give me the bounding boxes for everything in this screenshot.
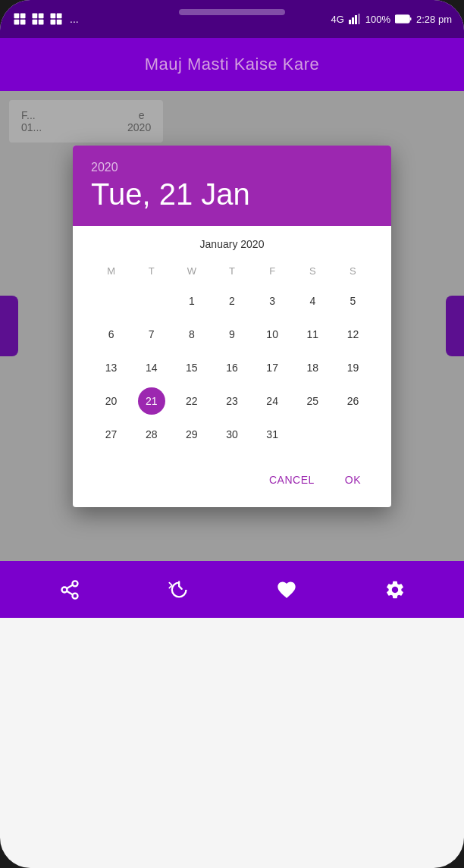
- svg-rect-8: [51, 14, 56, 19]
- grid-icon-2: [30, 11, 45, 27]
- dialog-header: 2020 Tue, 21 Jan: [73, 146, 391, 226]
- svg-rect-7: [39, 20, 44, 25]
- svg-rect-15: [358, 14, 360, 24]
- day-5[interactable]: 5: [333, 286, 373, 316]
- day-16[interactable]: 16: [212, 353, 252, 383]
- svg-rect-17: [410, 17, 412, 20]
- day-empty-2: [131, 286, 171, 316]
- weekday-mon: M: [91, 262, 131, 280]
- nav-settings[interactable]: [376, 571, 414, 609]
- day-12[interactable]: 12: [333, 319, 373, 349]
- grid-icon-3: [49, 11, 64, 27]
- svg-point-18: [72, 581, 77, 586]
- svg-rect-0: [14, 14, 20, 19]
- weekday-sun: S: [333, 262, 373, 280]
- date-picker-dialog: 2020 Tue, 21 Jan January 2020 M T W T F: [73, 146, 391, 507]
- dialog-year: 2020: [91, 161, 373, 174]
- ok-button[interactable]: OK: [333, 468, 373, 492]
- bottom-nav: [0, 561, 464, 618]
- svg-rect-6: [33, 20, 38, 25]
- day-30[interactable]: 30: [212, 419, 252, 450]
- svg-rect-2: [14, 20, 20, 25]
- day-11[interactable]: 11: [293, 319, 333, 349]
- weekday-tue: T: [131, 262, 171, 280]
- day-4[interactable]: 4: [293, 286, 333, 316]
- nav-share[interactable]: [51, 571, 89, 609]
- svg-rect-11: [57, 20, 62, 25]
- svg-rect-3: [20, 20, 26, 25]
- svg-point-19: [61, 587, 67, 592]
- day-18[interactable]: 18: [293, 353, 333, 383]
- day-19[interactable]: 19: [333, 353, 373, 383]
- svg-rect-1: [20, 14, 26, 19]
- day-28[interactable]: 28: [131, 419, 171, 450]
- dialog-actions: CANCEL OK: [73, 456, 391, 507]
- network-indicator: 4G: [331, 14, 343, 25]
- day-6[interactable]: 6: [91, 319, 131, 349]
- nav-history[interactable]: [159, 571, 197, 609]
- favorite-icon: [276, 579, 297, 600]
- weekday-thu: T: [212, 262, 252, 280]
- cancel-button[interactable]: CANCEL: [257, 468, 327, 492]
- share-icon: [59, 579, 80, 600]
- day-15[interactable]: 15: [171, 353, 212, 383]
- day-2[interactable]: 2: [212, 286, 252, 316]
- day-29[interactable]: 29: [171, 419, 212, 450]
- day-17[interactable]: 17: [252, 353, 293, 383]
- day-27[interactable]: 27: [91, 419, 131, 450]
- svg-rect-16: [395, 15, 409, 23]
- app-title: Mauj Masti Kaise Kare: [145, 55, 320, 74]
- svg-line-22: [67, 584, 73, 588]
- svg-rect-13: [352, 17, 354, 24]
- status-right: 4G 100% 2:28 pm: [331, 14, 452, 25]
- day-empty-4: [333, 419, 373, 450]
- calendar-month-title: January 2020: [91, 238, 373, 250]
- history-icon: [168, 579, 189, 600]
- day-26[interactable]: 26: [333, 386, 373, 416]
- day-23[interactable]: 23: [212, 386, 252, 416]
- day-1[interactable]: 1: [171, 286, 212, 316]
- calendar-grid: M T W T F S S 1: [91, 262, 373, 450]
- battery-icon: [395, 14, 412, 24]
- phone-frame: ... 4G 100% 2:28 pm Mauj Masti Kaise Kar…: [0, 0, 464, 868]
- nav-favorite[interactable]: [268, 571, 306, 609]
- day-empty-1: [91, 286, 131, 316]
- dialog-overlay: 2020 Tue, 21 Jan January 2020 M T W T F: [0, 91, 464, 561]
- day-24[interactable]: 24: [252, 386, 293, 416]
- day-31[interactable]: 31: [252, 419, 293, 450]
- app-bar: Mauj Masti Kaise Kare: [0, 38, 464, 91]
- calendar-weekdays: M T W T F S S: [91, 262, 373, 280]
- calendar-body: January 2020 M T W T F S S: [73, 226, 391, 456]
- grid-icon-1: [12, 11, 27, 27]
- main-content: F... e 01... 2020 2020 Tue, 21 Jan: [0, 91, 464, 561]
- svg-rect-5: [39, 14, 44, 19]
- weekday-fri: F: [252, 262, 293, 280]
- status-dots: ...: [70, 13, 79, 25]
- day-7[interactable]: 7: [131, 319, 171, 349]
- svg-rect-10: [51, 20, 56, 25]
- svg-rect-9: [57, 14, 62, 19]
- time-display: 2:28 pm: [416, 14, 452, 25]
- day-13[interactable]: 13: [91, 353, 131, 383]
- day-10[interactable]: 10: [252, 319, 293, 349]
- day-22[interactable]: 22: [171, 386, 212, 416]
- settings-icon: [384, 579, 406, 600]
- weekday-wed: W: [171, 262, 212, 280]
- notch: [179, 9, 285, 15]
- day-9[interactable]: 9: [212, 319, 252, 349]
- day-3[interactable]: 3: [252, 286, 293, 316]
- day-8[interactable]: 8: [171, 319, 212, 349]
- day-21-selected[interactable]: 21: [138, 387, 165, 415]
- day-25[interactable]: 25: [293, 386, 333, 416]
- svg-line-21: [67, 591, 73, 594]
- svg-rect-12: [349, 20, 351, 24]
- signal-icon: [349, 14, 361, 24]
- weekday-sat: S: [293, 262, 333, 280]
- svg-rect-4: [33, 14, 38, 19]
- status-icons: ...: [12, 11, 79, 27]
- day-20[interactable]: 20: [91, 386, 131, 416]
- calendar-days: 1 2 3 4 5 6 7 8 9 10 11 12: [91, 286, 373, 450]
- day-14[interactable]: 14: [131, 353, 171, 383]
- svg-point-20: [72, 593, 77, 598]
- svg-rect-14: [355, 15, 357, 24]
